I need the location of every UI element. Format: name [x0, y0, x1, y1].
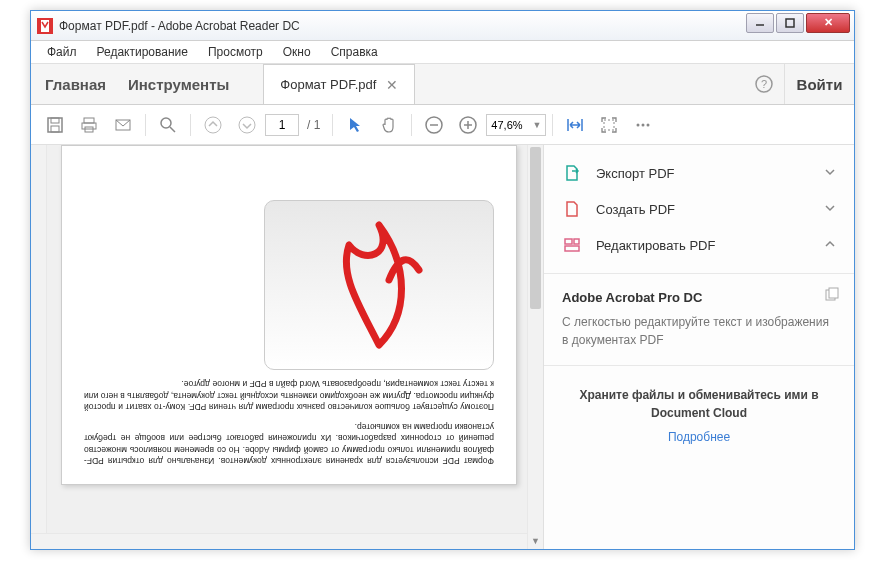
maximize-button[interactable]	[776, 13, 804, 33]
horizontal-scrollbar[interactable]	[31, 533, 527, 549]
svg-rect-9	[82, 123, 96, 129]
svg-rect-8	[84, 118, 94, 123]
menu-help[interactable]: Справка	[321, 43, 388, 61]
pdf-page: Формат PDF используется для хранения эле…	[61, 145, 517, 485]
promo-text: Храните файлы и обменивайтесь ими в Docu…	[562, 386, 836, 422]
search-icon[interactable]	[152, 109, 184, 141]
next-page-icon[interactable]	[231, 109, 263, 141]
menubar: Файл Редактирование Просмотр Окно Справк…	[31, 41, 854, 63]
sidepanel-item-export[interactable]: Экспорт PDF	[544, 155, 854, 191]
svg-rect-30	[829, 288, 838, 298]
vertical-scrollbar[interactable]: ▲ ▼	[527, 145, 543, 549]
fit-width-icon[interactable]	[559, 109, 591, 141]
chevron-down-icon: ▼	[532, 120, 541, 130]
sidepanel-item-edit[interactable]: Редактировать PDF	[544, 227, 854, 263]
create-pdf-icon	[562, 199, 582, 219]
hand-tool-icon[interactable]	[373, 109, 405, 141]
chevron-down-icon	[824, 202, 836, 217]
zoom-value: 47,6%	[491, 119, 522, 131]
menu-view[interactable]: Просмотр	[198, 43, 273, 61]
app-icon	[37, 18, 53, 34]
chevron-down-icon	[824, 166, 836, 181]
svg-rect-26	[565, 239, 572, 244]
tab-document[interactable]: Формат PDF.pdf ✕	[263, 64, 415, 104]
side-panel: Экспорт PDF Создать PDF Редактировать PD…	[544, 145, 854, 549]
svg-text:?: ?	[761, 78, 767, 90]
sidepanel-item-label: Экспорт PDF	[596, 166, 674, 181]
sidepanel-info-title: Adobe Acrobat Pro DC	[562, 290, 836, 305]
document-area[interactable]: Формат PDF используется для хранения эле…	[31, 145, 544, 549]
page-number-input[interactable]	[265, 114, 299, 136]
document-paragraph: Поэтому существует большое количество ра…	[84, 378, 494, 412]
login-button[interactable]: Войти	[784, 64, 854, 104]
svg-point-22	[637, 123, 640, 126]
svg-point-24	[647, 123, 650, 126]
tab-close-icon[interactable]: ✕	[386, 77, 398, 93]
tab-document-label: Формат PDF.pdf	[280, 77, 376, 92]
more-icon[interactable]	[627, 109, 659, 141]
svg-point-23	[642, 123, 645, 126]
zoom-out-icon[interactable]	[418, 109, 450, 141]
sidepanel-item-create[interactable]: Создать PDF	[544, 191, 854, 227]
multi-page-icon[interactable]	[824, 286, 840, 306]
document-paragraph: Формат PDF используется для хранения эле…	[84, 420, 494, 466]
scroll-down-icon[interactable]: ▼	[528, 533, 543, 549]
svg-rect-2	[786, 19, 794, 27]
svg-point-12	[161, 118, 171, 128]
scroll-thumb[interactable]	[530, 147, 541, 309]
tabbar: Главная Инструменты Формат PDF.pdf ✕ ? В…	[31, 63, 854, 105]
tab-tools[interactable]: Инструменты	[124, 76, 233, 93]
sidepanel-promo: Храните файлы и обменивайтесь ими в Docu…	[544, 366, 854, 464]
chevron-up-icon	[824, 238, 836, 253]
menu-edit[interactable]: Редактирование	[87, 43, 198, 61]
page-total-label: / 1	[301, 118, 326, 132]
save-icon[interactable]	[39, 109, 71, 141]
sidepanel-item-label: Создать PDF	[596, 202, 675, 217]
toolbar: / 1 47,6%▼	[31, 105, 854, 145]
tab-home[interactable]: Главная	[41, 76, 110, 93]
window-title: Формат PDF.pdf - Adobe Acrobat Reader DC	[59, 19, 744, 33]
promo-link[interactable]: Подробнее	[562, 430, 836, 444]
svg-line-13	[170, 127, 175, 132]
svg-rect-21	[604, 120, 614, 130]
sidepanel-info: Adobe Acrobat Pro DC С легкостью редакти…	[544, 274, 854, 366]
svg-rect-5	[48, 118, 62, 132]
left-scrollbar[interactable]	[31, 145, 47, 549]
prev-page-icon[interactable]	[197, 109, 229, 141]
sidepanel-item-label: Редактировать PDF	[596, 238, 715, 253]
sidepanel-info-desc: С легкостью редактируйте текст и изображ…	[562, 313, 836, 349]
help-icon[interactable]: ?	[744, 64, 784, 104]
svg-rect-7	[51, 126, 59, 132]
menu-window[interactable]: Окно	[273, 43, 321, 61]
svg-rect-28	[574, 239, 579, 244]
email-icon[interactable]	[107, 109, 139, 141]
svg-point-14	[205, 117, 221, 133]
svg-point-15	[239, 117, 255, 133]
edit-pdf-icon	[562, 235, 582, 255]
print-icon[interactable]	[73, 109, 105, 141]
svg-rect-27	[565, 246, 579, 251]
export-pdf-icon	[562, 163, 582, 183]
zoom-dropdown[interactable]: 47,6%▼	[486, 114, 546, 136]
pdf-logo-image	[264, 200, 494, 370]
select-tool-icon[interactable]	[339, 109, 371, 141]
menu-file[interactable]: Файл	[37, 43, 87, 61]
titlebar: Формат PDF.pdf - Adobe Acrobat Reader DC…	[31, 11, 854, 41]
close-button[interactable]: ✕	[806, 13, 850, 33]
fit-page-icon[interactable]	[593, 109, 625, 141]
zoom-in-icon[interactable]	[452, 109, 484, 141]
minimize-button[interactable]	[746, 13, 774, 33]
